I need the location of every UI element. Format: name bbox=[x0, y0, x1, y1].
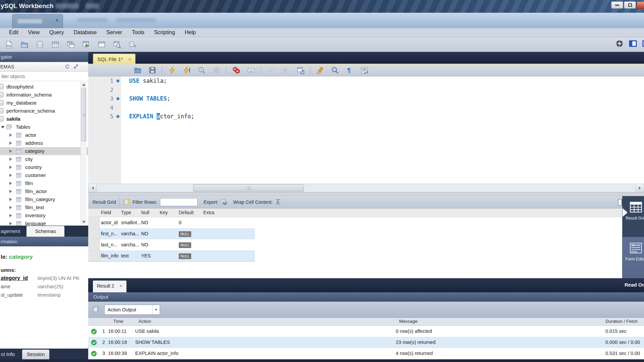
grid-column-header-default[interactable]: Default bbox=[179, 210, 194, 215]
schema-item-my_database[interactable]: my_database bbox=[0, 99, 88, 107]
expand-arrow-icon[interactable] bbox=[9, 166, 12, 169]
grid-row-actor_id[interactable]: actor_idsmallint...NO0 bbox=[88, 217, 255, 228]
table-item-country[interactable]: country bbox=[0, 163, 88, 171]
keyboard-button[interactable] bbox=[246, 65, 256, 75]
row-header-cell[interactable] bbox=[88, 250, 100, 261]
close-button[interactable] bbox=[637, 1, 644, 9]
grid-cell-type[interactable]: smallint... bbox=[121, 217, 141, 228]
schema-item-performance_schema[interactable]: performance_schema bbox=[0, 107, 88, 115]
connection-tab[interactable]: × bbox=[12, 14, 63, 28]
grid-column-header-type[interactable]: Type bbox=[121, 210, 131, 215]
expand-arrow-icon[interactable] bbox=[9, 214, 12, 217]
invisibles-button[interactable]: ¶ bbox=[344, 65, 355, 75]
scrollbar-down-icon[interactable] bbox=[82, 221, 86, 223]
table-item-film_actor[interactable]: film_actor bbox=[0, 187, 88, 195]
table-item-film_text[interactable]: film_text bbox=[0, 203, 88, 212]
output-column-header-action[interactable]: Action bbox=[139, 319, 151, 324]
grid-cell-field[interactable]: first_n... bbox=[101, 228, 118, 239]
menu-item-edit[interactable]: Edit bbox=[9, 29, 18, 36]
expand-arrow-icon[interactable] bbox=[9, 222, 12, 225]
grid-column-header-field[interactable]: Field bbox=[101, 210, 111, 215]
table-item-category[interactable]: category bbox=[0, 147, 88, 155]
expand-arrow-icon[interactable] bbox=[9, 133, 12, 137]
schema-item-dbsophytest[interactable]: dbsophytest bbox=[0, 83, 88, 91]
grid-cell-nullable[interactable]: NO bbox=[141, 239, 148, 250]
sidebar-scrollbar[interactable] bbox=[80, 82, 87, 225]
row-header-cell[interactable] bbox=[88, 228, 100, 239]
sql-editor[interactable]: 1USE sakila;23SHOW TABLES;45EXPLAIN acto… bbox=[88, 76, 644, 184]
beautify-button[interactable] bbox=[315, 65, 325, 75]
execute-current-button[interactable] bbox=[182, 65, 192, 75]
open-file-button[interactable] bbox=[132, 65, 143, 75]
search-objects-button[interactable] bbox=[112, 40, 122, 50]
output-type-select[interactable]: Action Output ▼ bbox=[104, 305, 160, 315]
output-row-2[interactable]: 216:00:18SHOW TABLES23 row(s) returned0.… bbox=[88, 337, 644, 348]
grid-cell-default[interactable]: NULL bbox=[179, 228, 191, 239]
expand-arrow-icon[interactable] bbox=[9, 190, 12, 193]
footer-tab-session[interactable]: Session bbox=[22, 350, 49, 359]
grid-column-header-key[interactable]: Key bbox=[160, 210, 168, 215]
table-item-film[interactable]: film bbox=[0, 179, 88, 187]
table-item-address[interactable]: address bbox=[0, 139, 88, 147]
result-tab-close-icon[interactable]: × bbox=[119, 283, 122, 292]
output-column-header-duration-fetch[interactable]: Duration / Fetch bbox=[605, 319, 638, 324]
new-sql-file-button[interactable]: SQL bbox=[4, 40, 14, 50]
grid-row-first_n...[interactable]: first_n...varcha...NONULL bbox=[88, 228, 255, 239]
create-schema-button[interactable] bbox=[35, 40, 45, 50]
scroll-right-button[interactable] bbox=[635, 184, 644, 192]
hscroll-thumb[interactable] bbox=[193, 184, 304, 192]
table-item-film_category[interactable]: film_category bbox=[0, 195, 88, 203]
grid-cell-nullable[interactable]: YES bbox=[141, 250, 151, 261]
schema-item-sakila[interactable]: sakila bbox=[0, 115, 88, 123]
menu-item-view[interactable]: View bbox=[28, 29, 40, 36]
filter-rows-input[interactable] bbox=[160, 198, 198, 206]
menu-item-help[interactable]: Help bbox=[185, 29, 196, 36]
schema-item-information_schema[interactable]: information_schema bbox=[0, 91, 88, 99]
grid-column-header-extra[interactable]: Extra bbox=[203, 210, 214, 215]
table-item-language[interactable]: language bbox=[0, 220, 88, 226]
toggle-stop-on-error-button[interactable] bbox=[231, 65, 241, 75]
run-sql-script-button[interactable] bbox=[81, 40, 91, 50]
result-tab[interactable]: Result 2 × bbox=[93, 281, 126, 292]
expand-arrow-icon[interactable] bbox=[9, 149, 12, 153]
grid-cell-nullable[interactable]: NO bbox=[141, 217, 148, 228]
create-table-button[interactable] bbox=[50, 40, 60, 50]
row-header-cell[interactable] bbox=[88, 217, 100, 228]
menu-item-database[interactable]: Database bbox=[74, 29, 97, 36]
minimize-button[interactable] bbox=[611, 1, 623, 9]
scroll-left-button[interactable] bbox=[89, 184, 97, 192]
maximize-button[interactable] bbox=[624, 1, 636, 9]
expand-arrow-icon[interactable] bbox=[9, 141, 12, 145]
table-item-city[interactable]: city bbox=[0, 155, 88, 163]
panel-toggle-left-button[interactable] bbox=[628, 39, 638, 49]
grid-cell-field[interactable]: film_info bbox=[101, 250, 118, 261]
export-icon[interactable] bbox=[220, 198, 227, 206]
grid-cell-nullable[interactable]: NO bbox=[141, 228, 148, 239]
panel-toggle-right-button[interactable] bbox=[641, 39, 644, 49]
autocommit-button[interactable] bbox=[295, 65, 305, 75]
grid-column-header-null[interactable]: Null bbox=[141, 210, 149, 215]
expand-arrow-icon[interactable] bbox=[9, 198, 12, 201]
output-column-header-message[interactable]: Message bbox=[399, 319, 418, 324]
wrap-cell-icon[interactable]: A bbox=[275, 198, 281, 206]
side-panel-result-grid[interactable]: Result Grid bbox=[623, 196, 644, 237]
sidebar-tab-schemas[interactable]: Schemas bbox=[26, 226, 64, 237]
table-item-actor[interactable]: actor bbox=[0, 131, 88, 139]
wrap-text-button[interactable] bbox=[359, 65, 369, 75]
new-query-tab-button[interactable] bbox=[97, 40, 107, 50]
output-log[interactable]: TimeActionMessageDuration / Fetch 116:00… bbox=[88, 318, 644, 359]
grid-cell-default[interactable]: NULL bbox=[179, 239, 191, 250]
sidebar-tab-agement[interactable]: agement bbox=[0, 228, 22, 237]
grid-cell-default[interactable]: 0 bbox=[179, 217, 181, 228]
db-connection-button[interactable] bbox=[127, 40, 138, 50]
menu-item-scripting[interactable]: Scripting bbox=[154, 29, 175, 36]
grid-row-last_n...[interactable]: last_n...varcha...NONULL bbox=[88, 239, 255, 250]
spinner-button[interactable] bbox=[614, 39, 625, 49]
output-row-3[interactable]: 316:00:39EXPLAIN actor_info4 row(s) retu… bbox=[88, 348, 644, 359]
expand-arrow-icon[interactable] bbox=[9, 174, 12, 177]
grid-cell-default[interactable]: NULL bbox=[179, 250, 191, 261]
footer-tab-ct-info[interactable]: ct Info bbox=[0, 351, 17, 359]
menu-item-query[interactable]: Query bbox=[49, 29, 64, 36]
result-grid[interactable]: FieldTypeNullKeyDefaultExtra actor_idsma… bbox=[88, 208, 622, 278]
editor-result-splitter[interactable] bbox=[88, 192, 644, 196]
